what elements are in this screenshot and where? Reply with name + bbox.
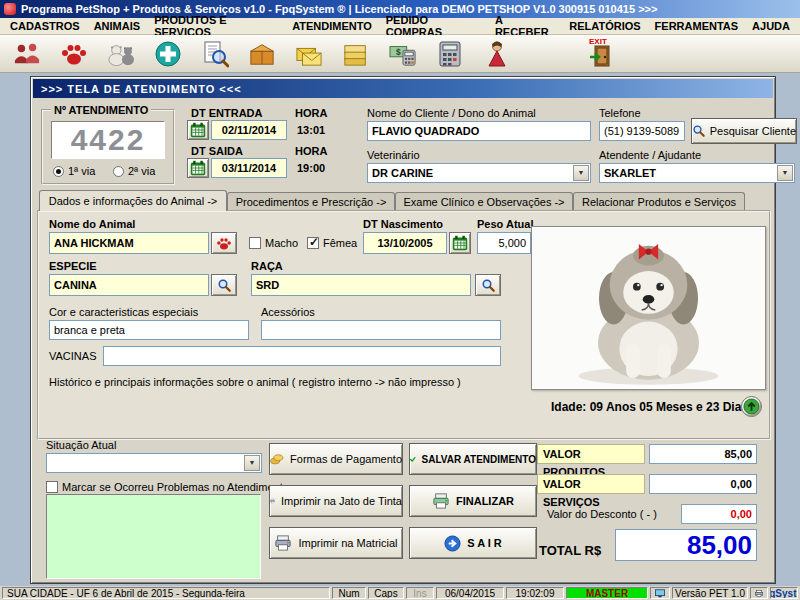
paw-icon[interactable]	[55, 38, 93, 70]
tab-procedimentos[interactable]: Procedimentos e Prescrição ->	[227, 192, 395, 210]
female-checkbox[interactable]: Fêmea	[307, 237, 357, 249]
via1-radio-label: 1ª via	[68, 165, 95, 177]
animal-name-label: Nome do Animal	[49, 218, 135, 230]
situation-combo[interactable]: ▼	[46, 453, 262, 473]
vaccines-field[interactable]	[103, 346, 501, 366]
color-field[interactable]: branca e preta	[49, 320, 249, 340]
animals-icon[interactable]	[102, 38, 140, 70]
breed-label: RAÇA	[251, 260, 283, 272]
save-attendance-button[interactable]: SALVAR ATENDIMENTO	[409, 443, 537, 475]
entry-time-value: 13:01	[297, 124, 325, 136]
entry-date-label: DT ENTRADA	[191, 107, 263, 119]
print-matrix-label: Imprimir na Matricial	[298, 537, 397, 549]
attendant-icon[interactable]	[478, 38, 516, 70]
via2-radio[interactable]: 2ª via	[113, 165, 155, 177]
paw-icon	[216, 236, 232, 251]
menu-animais[interactable]: ANIMAIS	[87, 18, 147, 34]
birth-date-field[interactable]: 13/10/2005	[363, 232, 447, 254]
search-document-icon[interactable]	[196, 38, 234, 70]
dialog-titlebar[interactable]: >>> TELA DE ATENDIMENTO <<<	[33, 79, 773, 98]
vet-label: Veterinário	[367, 149, 420, 161]
tab-dados-animal[interactable]: Dados e informações do Animal ->	[39, 190, 227, 211]
via1-radio-dot	[53, 166, 64, 177]
products-box-icon[interactable]	[243, 38, 281, 70]
dialog-title: >>> TELA DE ATENDIMENTO <<<	[41, 83, 242, 95]
breed-field[interactable]: SRD	[251, 274, 471, 296]
via1-radio[interactable]: 1ª via	[53, 165, 95, 177]
problem-checkbox-box	[46, 481, 58, 493]
chevron-down-icon[interactable]: ▼	[777, 165, 793, 181]
attendance-number-field: 4422	[51, 121, 165, 159]
save-attendance-label: SALVAR ATENDIMENTO	[422, 454, 536, 465]
problem-checkbox[interactable]: Marcar se Ocorreu Problemas no Atendimen…	[46, 481, 289, 493]
status-user: MASTER	[566, 587, 648, 599]
menu-relatorios[interactable]: RELATÓRIOS	[562, 18, 647, 34]
animal-photo	[531, 226, 766, 390]
exit-time-value: 19:00	[297, 162, 325, 174]
products-value-field: 85,00	[649, 444, 757, 464]
chevron-down-icon[interactable]: ▼	[573, 165, 589, 181]
print-matrix-button[interactable]: Imprimir na Matricial	[269, 527, 403, 559]
attendant-combo[interactable]: SKARLET ▼	[599, 163, 795, 183]
species-search-button[interactable]	[211, 274, 237, 296]
female-checkbox-box	[307, 237, 319, 249]
species-field[interactable]: CANINA	[49, 274, 209, 296]
refresh-age-button[interactable]	[741, 396, 762, 417]
via2-radio-dot	[113, 166, 124, 177]
via2-radio-label: 2ª via	[128, 165, 155, 177]
tab-exame-clinico[interactable]: Exame Clínico e Observações ->	[395, 192, 573, 210]
menu-ajuda[interactable]: AJUDA	[745, 18, 797, 34]
status-location: SUA CIDADE - UF 6 de Abril de 2015 - Seg…	[2, 587, 330, 599]
mail-stack-icon[interactable]	[337, 38, 375, 70]
exit-calendar-button[interactable]	[187, 158, 209, 178]
weight-field[interactable]: 5,000	[477, 232, 531, 254]
finalize-button[interactable]: FINALIZAR	[409, 485, 537, 517]
billing-money-icon[interactable]: $	[384, 38, 422, 70]
animal-paw-button[interactable]	[211, 232, 237, 254]
vet-combo[interactable]: DR CARINE ▼	[367, 163, 591, 183]
tab-produtos-servicos[interactable]: Relacionar Produtos e Serviços	[573, 192, 745, 210]
arrow-right-icon	[444, 535, 461, 552]
male-checkbox[interactable]: Macho	[249, 237, 298, 249]
phone-field[interactable]: (51) 9139-5089	[599, 121, 685, 141]
services-value-field: 0,00	[649, 474, 757, 494]
magnifier-icon	[217, 278, 232, 293]
age-text: Idade: 09 Anos 05 Meses e 23 Dias	[551, 400, 748, 414]
entry-date-field[interactable]: 02/11/2014	[211, 120, 287, 140]
exit-date-field[interactable]: 03/11/2014	[211, 158, 287, 178]
payment-methods-label: Formas de Pagamento	[290, 453, 402, 465]
calculator-icon[interactable]	[431, 38, 469, 70]
attendance-number-group: Nº ATENDIMENTO 4422 1ª via 2ª via	[41, 109, 175, 185]
birth-calendar-button[interactable]	[449, 232, 471, 254]
clients-icon[interactable]	[8, 38, 46, 70]
menu-cadastros[interactable]: CADASTROS	[3, 18, 87, 34]
exit-icon-label: EXIT	[589, 37, 607, 46]
magnifier-icon	[692, 124, 706, 138]
status-printer-icon	[750, 587, 768, 599]
magnifier-icon	[481, 278, 496, 293]
weight-label: Peso Atual	[477, 218, 533, 230]
problem-notes-memo[interactable]	[46, 494, 261, 579]
animal-name-field[interactable]: ANA HICKMAM	[49, 232, 209, 254]
breed-search-button[interactable]	[475, 274, 501, 296]
menu-ferramentas[interactable]: FERRAMENTAS	[648, 18, 746, 34]
printer-icon	[432, 493, 450, 509]
accessories-field[interactable]	[261, 320, 501, 340]
entry-calendar-button[interactable]	[187, 120, 209, 140]
discount-label: Valor do Desconto ( - )	[547, 508, 657, 520]
payment-methods-button[interactable]: Formas de Pagamento	[269, 443, 403, 475]
menu-atendimento[interactable]: ATENDIMENTO	[285, 18, 379, 34]
client-name-field[interactable]: FLAVIO QUADRADO	[367, 121, 591, 141]
chevron-down-icon[interactable]: ▼	[244, 455, 260, 471]
svg-text:$: $	[396, 46, 401, 56]
print-inkjet-button[interactable]: Imprimir na Jato de Tinta	[269, 485, 403, 517]
exit-icon[interactable]: EXIT	[583, 38, 621, 70]
medical-cross-icon[interactable]	[149, 38, 187, 70]
search-client-button[interactable]: Pesquisar Cliente	[691, 118, 797, 144]
orders-mail-icon[interactable]	[290, 38, 328, 70]
status-time: 19:02:09	[506, 587, 564, 599]
male-checkbox-box	[249, 237, 261, 249]
exit-button[interactable]: S A I R	[409, 527, 537, 559]
vaccines-label: VACINAS	[49, 350, 96, 362]
discount-field[interactable]: 0,00	[681, 504, 757, 524]
